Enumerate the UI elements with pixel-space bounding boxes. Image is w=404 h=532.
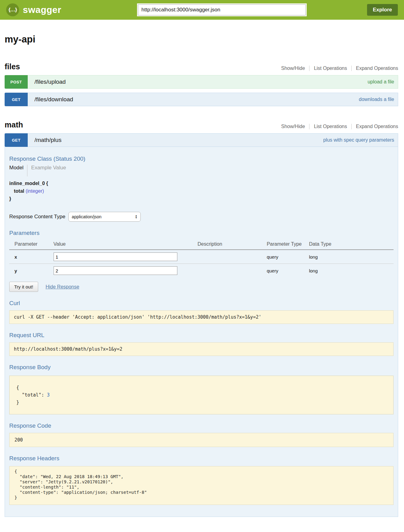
model-property-name: total (14, 188, 24, 194)
section-title-math: math (5, 120, 23, 129)
param-data-type-cell: long (309, 250, 394, 264)
method-badge-get: GET (5, 93, 28, 106)
tab-divider (27, 165, 27, 176)
param-type-cell: query (267, 264, 309, 278)
op-summary-link[interactable]: upload a file (368, 79, 394, 85)
parameters-table: Parameter Value Description Parameter Ty… (9, 240, 394, 277)
section-files: files Show/Hide List Operations Expand O… (5, 62, 398, 106)
hide-response-link[interactable]: Hide Response (46, 284, 79, 290)
brand: {…} swagger (6, 3, 77, 16)
section-controls-files: Show/Hide List Operations Expand Operati… (277, 66, 398, 71)
op-header: POST /files/upload upload a file (5, 75, 398, 89)
content-type-selected-value: application/json (72, 214, 135, 219)
param-description-cell (198, 250, 267, 264)
brand-title: swagger (23, 5, 61, 15)
response-body-title: Response Body (9, 364, 394, 371)
response-body-number: 3 (47, 392, 50, 398)
actions-row: Try it out! Hide Response (9, 282, 394, 292)
try-it-out-button[interactable]: Try it out! (9, 282, 38, 292)
curl-command-box: curl -X GET --header 'Accept: applicatio… (9, 310, 394, 324)
api-url-input[interactable] (138, 4, 306, 15)
parameter-row-x: x query long (9, 250, 394, 264)
op-summary-link[interactable]: plus with spec query parameters (323, 137, 394, 143)
response-body-box: { "total": 3 } (9, 376, 394, 414)
tab-model[interactable]: Model (9, 165, 23, 171)
method-badge-post: POST (5, 75, 28, 89)
response-content-type-row: Response Content Type application/json ▲… (9, 212, 394, 222)
response-headers-title: Response Headers (9, 455, 394, 462)
expand-operations-link[interactable]: Expand Operations (351, 66, 398, 71)
op-path-link[interactable]: /math/plus (34, 137, 62, 143)
parameters-header-row: Parameter Value Description Parameter Ty… (9, 240, 394, 250)
section-header-math: math Show/Hide List Operations Expand Op… (5, 120, 398, 129)
section-title-files: files (5, 62, 20, 71)
expand-operations-link[interactable]: Expand Operations (351, 124, 398, 129)
model-tabs: Model Example Value (9, 165, 394, 176)
param-name-cell: y (9, 264, 54, 278)
response-code-box: 200 (9, 433, 394, 447)
op-header: GET /files/download downloads a file (5, 93, 398, 106)
response-headers-json: { "date": "Wed, 22 Aug 2018 18:49:13 GMT… (14, 469, 388, 500)
column-header-description: Description (198, 240, 267, 250)
op-expanded-panel: Response Class (Status 200) Model Exampl… (5, 147, 398, 517)
param-x-value-input[interactable] (54, 252, 177, 261)
explore-button[interactable]: Explore (367, 4, 398, 16)
request-url-box: http://localhost:3000/math/plus?x=1&y=2 (9, 342, 394, 356)
response-body-json: { "total": 3 } (16, 384, 386, 406)
list-operations-link[interactable]: List Operations (309, 66, 351, 71)
model-open-line: inline_model_0 { (9, 179, 394, 187)
op-summary-link[interactable]: downloads a file (359, 97, 394, 102)
response-code-title: Response Code (9, 422, 394, 429)
op-path-link[interactable]: /files/download (34, 96, 73, 103)
request-url-title: Request URL (9, 332, 394, 339)
column-header-parameter: Parameter (9, 240, 54, 250)
response-content-type-label: Response Content Type (9, 214, 65, 220)
section-header-files: files Show/Hide List Operations Expand O… (5, 62, 398, 71)
model-property-type: (integer) (26, 188, 44, 194)
model-property: total (integer) (14, 187, 394, 195)
section-controls-math: Show/Hide List Operations Expand Operati… (277, 124, 398, 129)
curl-title: Curl (9, 300, 394, 307)
list-operations-link[interactable]: List Operations (309, 124, 351, 129)
show-hide-link[interactable]: Show/Hide (277, 124, 309, 129)
op-path-link[interactable]: /files/upload (34, 79, 66, 85)
param-data-type-cell: long (309, 264, 394, 278)
show-hide-link[interactable]: Show/Hide (277, 66, 309, 71)
main-content: my-api files Show/Hide List Operations E… (5, 34, 398, 532)
column-header-parameter-type: Parameter Type (267, 240, 309, 250)
tab-example-value[interactable]: Example Value (31, 165, 66, 171)
column-header-value: Value (54, 240, 198, 250)
param-description-cell (198, 264, 267, 278)
operation-get-math-plus: GET /math/plus plus with spec query para… (5, 133, 398, 517)
swagger-logo-icon: {…} (6, 3, 19, 16)
method-badge-get: GET (5, 133, 28, 147)
model-close-line: } (9, 195, 394, 203)
response-class-title: Response Class (Status 200) (9, 155, 394, 162)
param-y-value-input[interactable] (54, 266, 177, 275)
section-math: math Show/Hide List Operations Expand Op… (5, 120, 398, 532)
op-header: GET /math/plus plus with spec query para… (5, 133, 398, 147)
page-title: my-api (5, 34, 398, 45)
model-signature: inline_model_0 { total (integer) } (9, 179, 394, 203)
response-headers-box: { "date": "Wed, 22 Aug 2018 18:49:13 GMT… (9, 466, 394, 505)
parameters-title: Parameters (9, 230, 394, 236)
content-type-select[interactable]: application/json ▲▼ (68, 212, 141, 222)
param-name-cell: x (9, 250, 54, 264)
column-header-data-type: Data Type (309, 240, 394, 250)
operation-get-files-download: GET /files/download downloads a file (5, 93, 398, 106)
topbar: {…} swagger Explore (0, 0, 404, 20)
select-arrows-icon: ▲▼ (135, 215, 137, 219)
parameter-row-y: y query long (9, 264, 394, 278)
operation-post-files-upload: POST /files/upload upload a file (5, 75, 398, 89)
param-type-cell: query (267, 250, 309, 264)
